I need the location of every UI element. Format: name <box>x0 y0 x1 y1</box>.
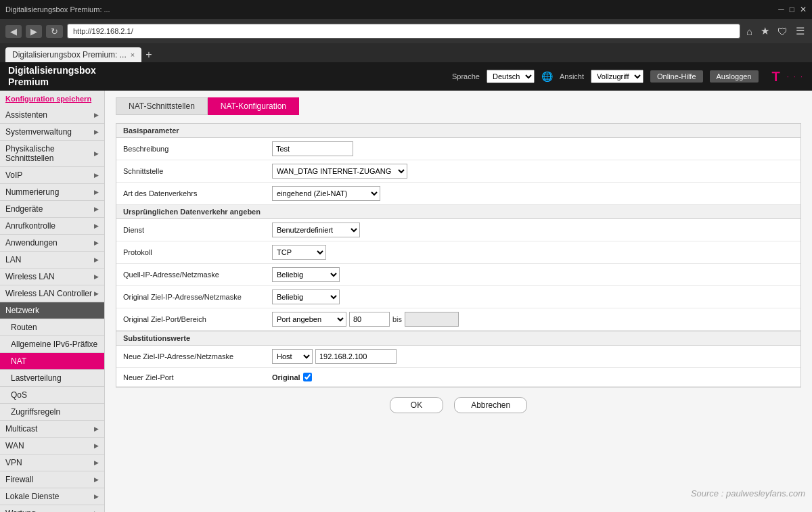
schnittstelle-row: Schnittstelle WAN_DTAG INTERNET-ZUGANG <box>116 160 800 183</box>
action-buttons: OK Abbrechen <box>116 388 801 419</box>
sidebar-item-nummerierung[interactable]: Nummerierung ▶ <box>0 184 104 201</box>
art-label: Art des Datenverkehrs <box>123 189 272 197</box>
sidebar-item-lan[interactable]: LAN ▶ <box>0 252 104 269</box>
chevron-right-icon: ▶ <box>94 112 99 118</box>
sidebar-item-wartung[interactable]: Wartung ▶ <box>0 505 104 512</box>
sidebar-item-assistenten[interactable]: Assistenten ▶ <box>0 107 104 124</box>
chevron-right-icon: ▶ <box>94 425 99 432</box>
tab-nat-schnittstellen[interactable]: NAT-Schnittstellen <box>116 97 208 115</box>
sidebar-item-wireless-controller[interactable]: Wireless LAN Controller ▶ <box>0 285 104 302</box>
neuer-ziel-port-label: Neuer Ziel-Port <box>123 373 272 381</box>
bookmark-icon[interactable]: ★ <box>759 25 771 37</box>
port-end-input[interactable] <box>405 312 459 327</box>
substitutionswerte-header: Substitutionswerte <box>116 331 800 346</box>
chevron-right-icon: ▶ <box>94 223 99 229</box>
original-port-label: Original Ziel-Port/Bereich <box>123 315 272 323</box>
sidebar-item-vpn[interactable]: VPN ▶ <box>0 455 104 471</box>
sidebar-item-anwendungen[interactable]: Anwendungen ▶ <box>0 235 104 252</box>
sidebar-label: VPN <box>5 458 22 467</box>
port-type-select[interactable]: Port angeben <box>272 312 346 327</box>
original-ziel-ip-select[interactable]: Beliebig <box>272 289 340 304</box>
sidebar-label: NAT <box>11 356 26 366</box>
sidebar-item-wireless-lan[interactable]: Wireless LAN ▶ <box>0 269 104 285</box>
chevron-right-icon: ▶ <box>94 239 99 246</box>
quell-ip-label: Quell-IP-Adresse/Netzmaske <box>123 271 272 279</box>
refresh-button[interactable]: ↻ <box>46 25 63 38</box>
sidebar-item-wan[interactable]: WAN ▶ <box>0 438 104 455</box>
menu-icon[interactable]: ☰ <box>794 25 807 37</box>
quell-ip-select[interactable]: Beliebig <box>272 267 340 282</box>
tab-close-icon[interactable]: × <box>131 51 135 59</box>
sidebar-item-physikalische[interactable]: Physikalische Schnittstellen ▶ <box>0 141 104 167</box>
brand-line1: Digitalisierungsbox <box>8 65 96 76</box>
telekom-logo: T <box>772 69 780 85</box>
sidebar-label: VoIP <box>5 170 22 180</box>
sidebar-label: Anrufkontrolle <box>5 221 55 231</box>
dienst-row: Dienst Benutzerdefiniert <box>116 219 800 241</box>
minimize-btn[interactable]: ─ <box>778 5 784 14</box>
sidebar-label: Wireless LAN Controller <box>5 289 92 298</box>
sidebar-label: Wartung <box>5 509 36 512</box>
browser-titlebar: Digitalisierungsbox Premium: ... ─ □ ✕ <box>0 0 812 19</box>
sidebar-label: Lokale Dienste <box>5 492 59 501</box>
beschreibung-input[interactable] <box>272 141 353 156</box>
maximize-btn[interactable]: □ <box>790 5 794 14</box>
ok-button[interactable]: OK <box>390 397 443 413</box>
app-header: Digitalisierungsbox Premium Sprache Deut… <box>0 62 812 91</box>
chevron-right-icon: ▶ <box>94 206 99 212</box>
main-content: Konfiguration speichern Assistenten ▶ Sy… <box>0 91 812 512</box>
brand-title: Digitalisierungsbox Premium <box>8 65 96 88</box>
sprache-label: Sprache <box>452 72 480 80</box>
neuer-ziel-port-row: Neuer Ziel-Port Original <box>116 368 800 387</box>
neue-ziel-ip-type-select[interactable]: Host <box>272 349 313 364</box>
sidebar-item-qos[interactable]: QoS <box>0 387 104 404</box>
tab-nat-konfiguration[interactable]: NAT-Konfiguration <box>208 97 299 115</box>
sidebar-item-voip[interactable]: VoIP ▶ <box>0 167 104 184</box>
forward-button[interactable]: ▶ <box>26 25 42 38</box>
sidebar-label: Lastverteilung <box>11 373 62 383</box>
sidebar-item-lokale-dienste[interactable]: Lokale Dienste ▶ <box>0 488 104 505</box>
sprache-select[interactable]: Deutsch <box>487 70 535 83</box>
dienst-select[interactable]: Benutzerdefiniert <box>272 223 360 237</box>
sidebar-label: Assistenten <box>5 110 47 120</box>
sidebar-item-firewall[interactable]: Firewall ▶ <box>0 471 104 488</box>
sidebar-label: QoS <box>11 390 27 400</box>
sidebar-item-ipv6[interactable]: Allgemeine IPv6-Präfixe <box>0 336 104 353</box>
schnittstelle-label: Schnittstelle <box>123 167 272 175</box>
save-config-button[interactable]: Konfiguration speichern <box>0 91 104 107</box>
chevron-right-icon: ▶ <box>94 189 99 195</box>
schnittstelle-select[interactable]: WAN_DTAG INTERNET-ZUGANG <box>272 164 407 179</box>
ansicht-select[interactable]: Vollzugriff <box>591 70 644 83</box>
sidebar-item-nat[interactable]: NAT <box>0 353 104 370</box>
sidebar-item-anrufkontrolle[interactable]: Anrufkontrolle ▶ <box>0 218 104 235</box>
chevron-right-icon: ▶ <box>94 256 99 263</box>
art-select[interactable]: eingehend (Ziel-NAT) <box>272 186 380 201</box>
close-btn[interactable]: ✕ <box>800 5 807 14</box>
back-button[interactable]: ◀ <box>5 25 22 38</box>
sidebar-label: Endgeräte <box>5 204 43 214</box>
ansicht-label: Ansicht <box>560 72 584 80</box>
sidebar-item-multicast[interactable]: Multicast ▶ <box>0 421 104 438</box>
sidebar-item-lastverteilung[interactable]: Lastverteilung <box>0 370 104 387</box>
sidebar-item-routen[interactable]: Routen <box>0 319 104 336</box>
sidebar-item-systemverwaltung[interactable]: Systemverwaltung ▶ <box>0 124 104 141</box>
protokoll-select[interactable]: TCP <box>272 245 326 260</box>
chevron-right-icon: ▶ <box>94 290 99 297</box>
neue-ziel-ip-input[interactable] <box>315 349 397 364</box>
original-checkbox[interactable] <box>303 373 312 381</box>
sidebar-item-zugriffsregeln[interactable]: Zugriffsregeln <box>0 404 104 421</box>
online-hilfe-button[interactable]: Online-Hilfe <box>650 70 702 83</box>
shield-icon[interactable]: 🛡 <box>775 26 790 37</box>
home-icon[interactable]: ⌂ <box>744 26 754 37</box>
basisparameter-header: Basisparameter <box>116 124 800 138</box>
abbrechen-button[interactable]: Abbrechen <box>454 397 527 413</box>
address-bar[interactable] <box>67 24 740 39</box>
new-tab-button[interactable]: + <box>141 49 156 61</box>
browser-tab[interactable]: Digitalisierungsbox Premium: ... × <box>5 47 141 62</box>
port-start-input[interactable] <box>349 312 390 327</box>
sidebar-item-netzwerk[interactable]: Netzwerk <box>0 302 104 319</box>
sidebar-label: Zugriffsregeln <box>11 407 60 417</box>
sidebar-item-endgeraete[interactable]: Endgeräte ▶ <box>0 201 104 218</box>
sidebar-label: Nummerierung <box>5 187 59 197</box>
ausloggen-button[interactable]: Ausloggen <box>710 70 759 83</box>
